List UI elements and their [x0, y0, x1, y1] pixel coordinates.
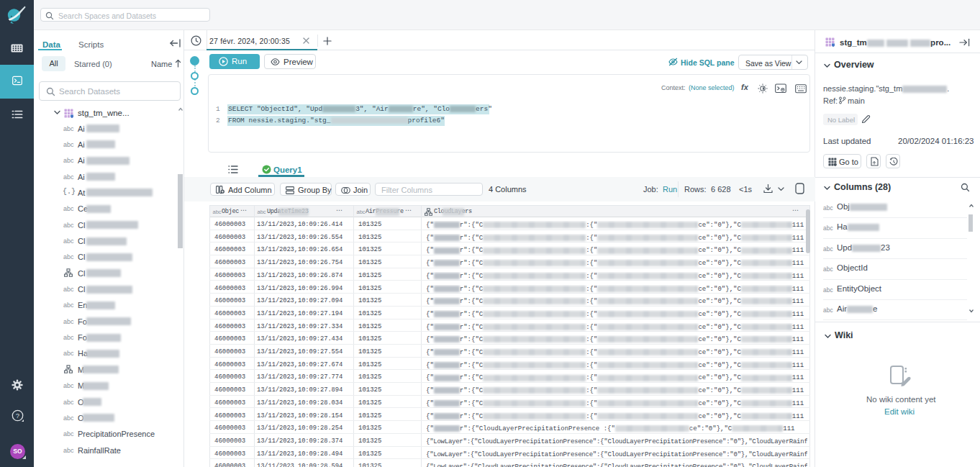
- svg-text:?: ?: [16, 412, 19, 420]
